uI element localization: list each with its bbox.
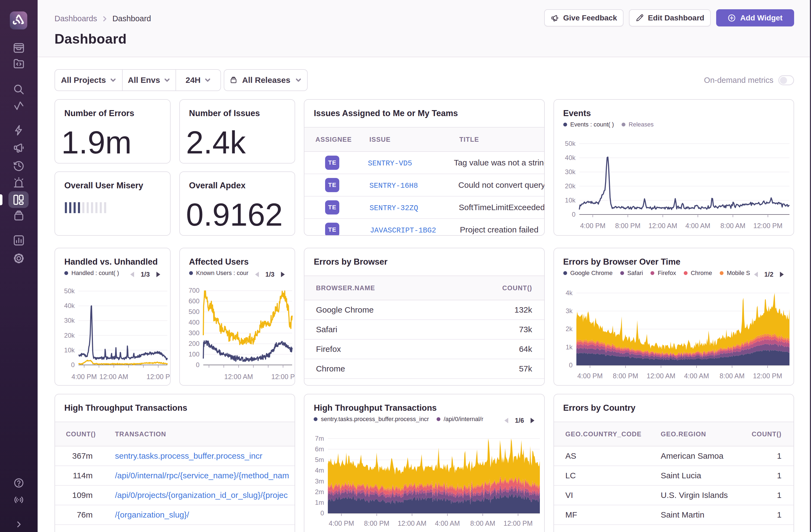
svg-text:4:00 PM: 4:00 PM [580, 222, 605, 229]
svg-text:10k: 10k [64, 346, 75, 354]
svg-text:8:00 AM: 8:00 AM [470, 519, 495, 527]
svg-text:12:00 PM: 12:00 PM [753, 372, 782, 380]
svg-text:50k: 50k [64, 287, 75, 294]
svg-text:4:00 AM: 4:00 AM [685, 222, 710, 229]
svg-text:12:00 PM: 12:00 PM [504, 519, 533, 527]
svg-text:12:00 AM: 12:00 AM [398, 519, 427, 527]
svg-text:600: 600 [188, 297, 199, 305]
svg-text:12:00 AM: 12:00 AM [224, 373, 253, 380]
svg-text:4k: 4k [565, 289, 572, 297]
svg-text:500: 500 [188, 308, 199, 315]
svg-text:2k: 2k [565, 325, 572, 333]
svg-text:0: 0 [71, 361, 75, 368]
svg-text:8:00 AM: 8:00 AM [720, 222, 745, 229]
svg-text:400: 400 [188, 319, 199, 326]
svg-text:20k: 20k [565, 182, 576, 190]
svg-text:3k: 3k [565, 307, 572, 315]
svg-text:4m: 4m [315, 467, 324, 474]
svg-text:40k: 40k [64, 302, 75, 309]
svg-text:12:00 AM: 12:00 AM [100, 373, 128, 380]
svg-text:8:00 PM: 8:00 PM [364, 519, 389, 527]
svg-text:100: 100 [188, 350, 199, 358]
svg-text:6m: 6m [315, 445, 324, 453]
svg-text:4:00 PM: 4:00 PM [329, 519, 354, 527]
svg-text:5m: 5m [315, 456, 324, 463]
svg-text:4:00 PM: 4:00 PM [72, 373, 97, 380]
svg-text:1m: 1m [315, 499, 324, 506]
svg-text:4:00 AM: 4:00 AM [435, 519, 460, 527]
svg-text:7m: 7m [315, 435, 324, 442]
svg-text:12:00 PM: 12:00 PM [753, 222, 782, 229]
svg-text:700: 700 [188, 287, 199, 294]
svg-text:10k: 10k [565, 197, 576, 204]
svg-text:8:00 AM: 8:00 AM [719, 372, 745, 380]
svg-text:20k: 20k [64, 332, 75, 339]
svg-text:300: 300 [188, 329, 199, 337]
svg-text:12:00 P: 12:00 P [147, 373, 170, 380]
svg-text:0: 0 [196, 361, 199, 368]
svg-text:0: 0 [572, 211, 575, 218]
svg-text:4:00 AM: 4:00 AM [684, 372, 709, 380]
svg-text:2m: 2m [315, 488, 324, 496]
svg-text:40k: 40k [565, 154, 576, 161]
svg-text:50k: 50k [565, 140, 576, 147]
svg-text:0: 0 [569, 361, 572, 369]
svg-text:0: 0 [320, 510, 324, 517]
svg-text:12:00 P: 12:00 P [271, 373, 295, 380]
svg-text:8:00 PM: 8:00 PM [615, 222, 640, 229]
svg-text:3m: 3m [315, 477, 324, 485]
svg-text:12:00 AM: 12:00 AM [646, 372, 675, 380]
svg-text:8:00 PM: 8:00 PM [613, 372, 638, 380]
svg-text:4:00 PM: 4:00 PM [577, 372, 602, 380]
svg-text:200: 200 [188, 340, 199, 347]
svg-text:1k: 1k [565, 344, 572, 351]
svg-text:12:00 AM: 12:00 AM [648, 222, 677, 229]
svg-text:30k: 30k [64, 317, 75, 324]
svg-text:30k: 30k [565, 168, 576, 176]
